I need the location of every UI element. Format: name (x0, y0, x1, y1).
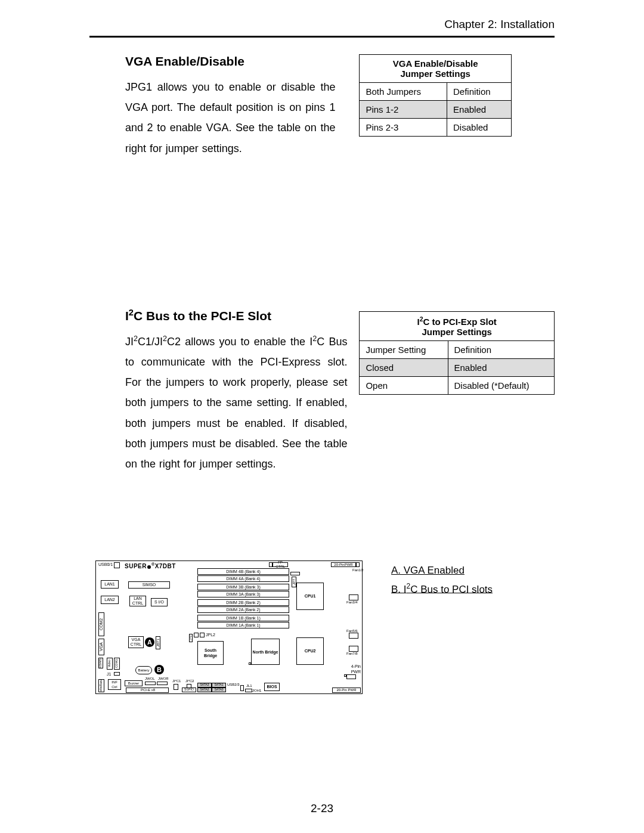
s2-r1c1: Closed (360, 358, 448, 376)
s2-r1c2: Enabled (448, 358, 555, 376)
north-bridge: North Bridge (251, 639, 280, 665)
pwr20b: 20-Pin PWR (332, 688, 361, 693)
cpu1: CPU1 (296, 583, 324, 610)
south-bridge: South Bridge (197, 641, 224, 665)
cpu2: CPU2 (296, 637, 324, 665)
jl1-block (245, 689, 252, 692)
jp2: JP2 (189, 634, 193, 642)
section2-title: I2C Bus to the PCI-E Slot (125, 308, 347, 323)
dimm4a: DIMM 4A (Bank 4) (197, 575, 289, 582)
legend-a: A. VGA Enabled (391, 562, 493, 580)
s1-table-title: VGA Enable/Disable Jumper Settings (360, 55, 512, 83)
section2-table: I2C to PCI-Exp Slot Jumper Settings Jump… (359, 311, 555, 395)
usb23: USB2/3 (227, 683, 240, 686)
fan56: Fan5/6 (346, 629, 358, 633)
lan1: LAN1 (101, 580, 119, 589)
vgactrl: VGA CTRL (128, 636, 144, 648)
simso: SIMSO (128, 581, 170, 589)
kbms: KB/MS (98, 658, 103, 668)
dimm3b: DIMM 3B (Bank 3) (197, 584, 289, 590)
sata0: SATA0 (212, 688, 226, 692)
j1-block (114, 672, 120, 676)
wor: JWOR (158, 677, 169, 680)
fan12: Fan1/2 (352, 568, 364, 572)
header-rule (89, 36, 555, 38)
dimm1b: DIMM 1B (Bank 1) (197, 615, 289, 621)
marker-a: A (145, 637, 154, 647)
ji2c1-block (174, 684, 178, 690)
jbt1: JBT1 (156, 636, 160, 649)
infiniband: InfiniBand (98, 679, 104, 692)
wol: JWOL (145, 677, 155, 680)
dimm2a: DIMM 2A (Bank 2) (197, 606, 289, 613)
video: Video (107, 658, 113, 670)
nb-pin (249, 662, 251, 665)
j1: J1 (107, 672, 111, 676)
wol-block (145, 682, 156, 685)
lanctrl: LAN CTRL (129, 596, 146, 606)
chapter-header: Chapter 2: Installation (89, 18, 555, 31)
section1-body: JPG1 allows you to enable or disable the… (125, 77, 335, 159)
s1-h2: Definition (447, 83, 512, 101)
usb01-block (114, 562, 120, 568)
dimm2b: DIMM 2B (Bank 2) (197, 599, 289, 606)
section2-body: JI2C1/JI2C2 allows you to enable the I2C… (125, 332, 347, 474)
legend-b: B. I2C Bus to PCI slots (391, 580, 493, 599)
joh1: JOH1 (252, 689, 261, 692)
jpl2: JPL2 (206, 633, 215, 637)
fan78: Fan7/8 (346, 652, 358, 655)
fpctrl: FP CTRL (273, 562, 288, 567)
vga-port: VGA (98, 639, 104, 655)
pwr20: 20-PinPWR (331, 562, 356, 567)
fan34-block (349, 594, 358, 600)
sgpio: SGPIO (182, 688, 196, 692)
dimm-jp: JP7 (292, 577, 296, 587)
s2-h2: Definition (448, 340, 555, 358)
bios: BIOS (264, 683, 280, 691)
fourpin-pin (344, 674, 346, 677)
com1: COM1 (114, 658, 120, 670)
s1-h1: Both Jumpers (360, 83, 447, 101)
dimm1a: DIMM 1A (Bank 1) (197, 622, 289, 628)
ji2c1: JI²C1 (172, 679, 181, 683)
fan56-block (349, 633, 358, 639)
infctrl: INF Ctrl (108, 679, 121, 690)
jpl2-block (200, 633, 205, 637)
s2-r2c1: Open (360, 376, 448, 394)
jl1: JL1 (246, 684, 252, 688)
sata1: SATA1 (212, 683, 226, 688)
page-number: 2-23 (0, 802, 644, 815)
fourpin-block (346, 674, 356, 679)
fan34: Fan3/4 (346, 600, 358, 604)
fpctrl-pin (269, 562, 273, 567)
pwr20-pin (356, 562, 360, 567)
s1-r2c2: Disabled (447, 119, 512, 137)
section1-table: VGA Enable/Disable Jumper Settings Both … (359, 54, 512, 137)
fan78-block (349, 646, 358, 652)
s1-r1c1: Pins 1-2 (360, 101, 447, 119)
jp2-block (194, 633, 199, 637)
sio: S I/O (151, 598, 168, 606)
dimm3a: DIMM 3A (Bank 3) (197, 591, 289, 597)
wor-block (157, 682, 168, 685)
s1-r1c2: Enabled (447, 101, 512, 119)
diagram-legend: A. VGA Enabled B. I2C Bus to PCI slots (391, 562, 493, 599)
marker-b: B (154, 665, 164, 674)
section1-title: VGA Enable/Disable (125, 54, 335, 69)
usb23-block (240, 685, 244, 691)
dimm-side-block (290, 572, 300, 575)
lan2: LAN2 (101, 596, 119, 604)
brand-label: SUPER®X7DBT (125, 562, 176, 569)
pciex8: PCI-E x8 (126, 688, 169, 693)
com2: COM2 (98, 612, 104, 636)
s2-h1: Jumper Setting (360, 340, 448, 358)
buzzer: Buzzer (125, 680, 143, 686)
s2-r2c2: Disabled (*Default) (448, 376, 555, 394)
s2-table-title: I2C to PCI-Exp Slot Jumper Settings (360, 311, 555, 340)
motherboard-diagram: USB0/1 SUPER®X7DBT FP CTRL 20-PinPWR Fan… (95, 561, 363, 694)
battery: Battery (135, 666, 152, 674)
sata3: SATA3 (197, 683, 212, 688)
fourpin: 4-Pin PWR (346, 664, 361, 674)
s1-r2c1: Pins 2-3 (360, 119, 447, 137)
usb01-label: USB0/1 (98, 562, 113, 566)
